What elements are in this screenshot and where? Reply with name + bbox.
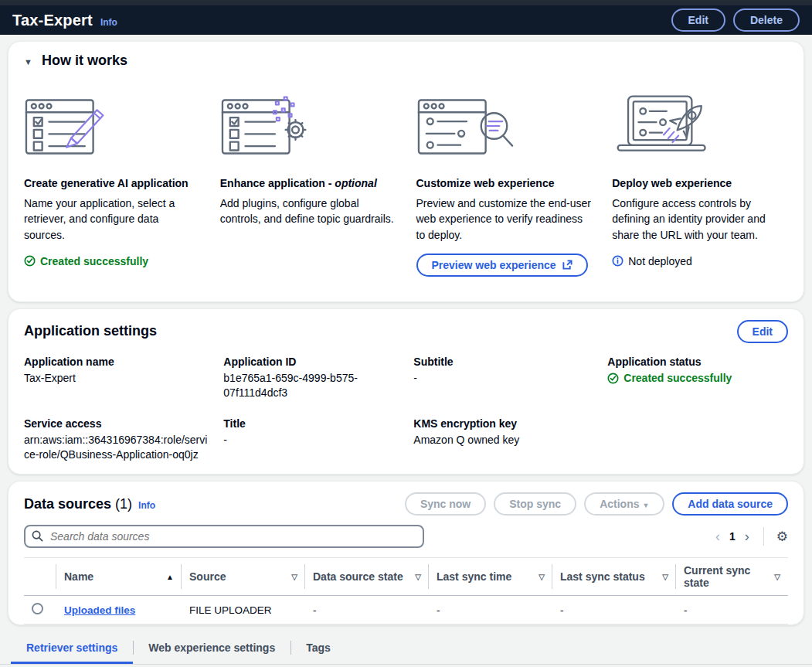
create-app-illustration [24,92,200,166]
header-info-link[interactable]: Info [100,17,117,28]
how-it-works-section: ▼ How it works [8,41,804,302]
data-sources-section: Data sources (1) Info Sync now Stop sync… [8,481,804,625]
column-header-current-sync-state[interactable]: Current sync state▽ [676,558,788,596]
cell-last-sync-time: - [429,596,552,624]
previous-page-button[interactable]: ‹ [714,529,722,543]
data-sources-count: (1) [115,496,132,512]
search-icon [32,530,43,542]
field-title: Title - [223,417,413,462]
pager-divider [763,527,764,546]
hiw-card-title: Deploy web experience [612,177,788,189]
main-content: ▼ How it works [0,35,812,667]
row-radio-button[interactable] [32,603,43,614]
edit-settings-button[interactable]: Edit [737,320,788,343]
data-source-link[interactable]: Uploaded files [64,604,135,616]
sort-icon: ▽ [291,573,297,581]
page-title: Tax-Expert [12,12,93,29]
caret-down-icon: ▼ [642,502,649,509]
table-row: Uploaded files FILE UPLOADER - - - - [24,596,788,624]
hiw-card-description: Configure access controls by defining an… [612,196,788,243]
hiw-card-enhance-application: Enhance application - optional Add plugi… [220,92,396,277]
data-sources-info-link[interactable]: Info [138,500,155,511]
app-header: Tax-Expert Info Edit Delete [0,5,812,35]
hiw-card-title: Enhance application - optional [220,177,396,189]
application-settings-title: Application settings [24,323,157,339]
table-preferences-gear-icon[interactable]: ⚙ [776,530,788,543]
actions-dropdown-button[interactable]: Actions ▼ [584,492,664,516]
status-not-deployed: Not deployed [612,255,788,267]
tab-bar: Retriever settings Web experience settin… [0,631,812,665]
search-input[interactable] [24,525,424,548]
success-check-icon [24,255,36,267]
data-sources-title: Data sources (1) [24,496,132,512]
enhance-app-illustration [220,92,396,166]
info-circle-icon [612,255,623,267]
next-page-button[interactable]: › [743,529,751,543]
select-column-header [24,558,56,596]
sort-icon: ▽ [539,573,545,581]
how-it-works-title: How it works [42,53,127,69]
stop-sync-button[interactable]: Stop sync [494,492,576,516]
sort-icon: ▽ [774,573,780,581]
hiw-card-deploy-web-experience: Deploy web experience Configure access c… [612,92,788,277]
sort-icon: ▽ [415,573,421,581]
collapse-triangle-icon[interactable]: ▼ [24,57,32,66]
field-kms-encryption-key: KMS encryption key Amazon Q owned key [413,417,607,462]
hiw-card-description: Preview and customize the end-user web e… [416,196,593,243]
search-box [24,525,424,548]
field-empty [607,417,788,462]
hiw-card-title: Create generative AI application [24,177,200,189]
hiw-card-create-application: Create generative AI application Name yo… [24,92,200,277]
field-service-access: Service access arn:aws:iam::364316967384… [24,417,223,462]
column-header-source[interactable]: Source▽ [182,558,305,596]
preview-web-experience-button[interactable]: Preview web experience [416,254,588,277]
sort-ascending-icon: ▲ [166,573,174,581]
status-text: Created successfully [623,371,732,386]
tab-web-experience-settings[interactable]: Web experience settings [133,631,290,664]
add-data-source-button[interactable]: Add data source [672,492,788,516]
column-header-last-sync-time[interactable]: Last sync time▽ [429,558,552,596]
pencil-icon [66,110,103,147]
cell-last-sync-status: - [552,596,676,624]
current-page-number[interactable]: 1 [729,530,736,543]
hiw-card-description: Add plugins, configure global controls, … [220,196,396,227]
customize-web-illustration [416,92,593,166]
field-application-id: Application ID b1e765a1-659c-4999-b575-0… [223,356,413,400]
column-header-data-source-state[interactable]: Data source state▽ [305,558,429,596]
sync-now-button[interactable]: Sync now [405,492,486,516]
cell-data-source-state: - [305,596,429,624]
pagination: ‹ 1 › ⚙ [714,527,788,546]
success-check-icon [607,373,619,384]
external-link-icon [562,260,572,270]
column-header-last-sync-status[interactable]: Last sync status▽ [552,558,676,596]
cell-current-sync-state: - [676,596,788,624]
sort-icon: ▽ [662,573,668,581]
field-subtitle: Subtitle - [413,356,607,400]
delete-application-button[interactable]: Delete [733,9,800,32]
hiw-card-title: Customize web experience [416,177,593,189]
status-created-successfully: Created successfully [24,255,200,267]
gear-illustration-icon [285,120,305,140]
status-text: Not deployed [628,255,692,267]
optional-label: optional [335,177,376,189]
field-application-name: Application name Tax-Expert [24,356,223,400]
tab-retriever-settings[interactable]: Retriever settings [11,631,133,664]
status-text: Created successfully [40,255,148,267]
edit-application-button[interactable]: Edit [671,9,725,32]
data-sources-table: Name▲ Source▽ Data source state▽ Last sy… [24,557,788,624]
field-application-status: Application status Created successfully [607,356,788,400]
hiw-card-customize-web-experience: Customize web experience Preview and cus… [416,92,593,277]
column-header-name[interactable]: Name▲ [56,558,182,596]
cell-source: FILE UPLOADER [182,596,305,624]
tab-tags[interactable]: Tags [290,631,346,664]
deploy-web-illustration [612,92,788,166]
application-settings-section: Application settings Edit Application na… [8,308,804,475]
table-header-row: Name▲ Source▽ Data source state▽ Last sy… [24,558,788,596]
browser-top-strip [0,0,812,5]
hiw-card-description: Name your application, select a retrieve… [24,196,200,243]
